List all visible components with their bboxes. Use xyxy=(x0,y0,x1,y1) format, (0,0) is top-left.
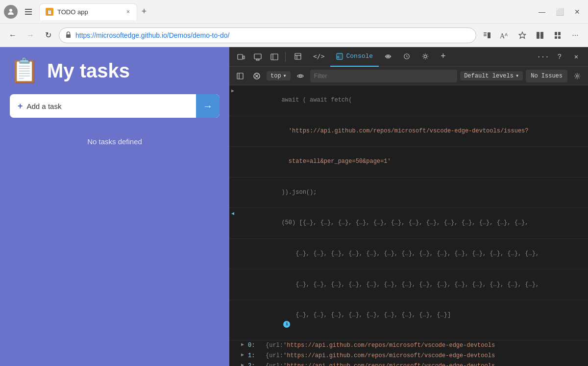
title-bar: 📋 TODO app × + — ⬜ ✕ xyxy=(0,0,588,24)
tab-performance[interactable] xyxy=(397,47,416,67)
tab-title: TODO app xyxy=(57,8,122,16)
more-options-button[interactable]: ··· xyxy=(535,49,551,65)
item-expand-arrow[interactable]: ▶ xyxy=(241,341,248,349)
console-input-content: await ( await fetch( xyxy=(239,86,584,115)
toolbar-separator-1 xyxy=(285,52,286,62)
collections-button[interactable] xyxy=(551,28,564,42)
console-sidebar-button[interactable] xyxy=(233,69,247,83)
submit-arrow-icon: → xyxy=(203,101,213,112)
active-tab[interactable]: 📋 TODO app × xyxy=(39,3,137,20)
devtools-right-buttons: ··· ? ✕ xyxy=(535,49,584,65)
result-array-line4: {…}, {…}, {…}, {…}, {…}, {…}, {…}, {…}, … xyxy=(229,300,588,340)
result-collapse-btn[interactable]: ◀ xyxy=(231,209,239,218)
item-index: 0: xyxy=(248,341,266,350)
more-button[interactable]: ··· xyxy=(568,28,582,42)
address-input-wrap[interactable]: https://microsoftedge.github.io/Demos/de… xyxy=(59,27,476,43)
new-tab-button[interactable]: + xyxy=(137,5,151,19)
svg-rect-17 xyxy=(238,54,243,59)
sidebar-toggle-button[interactable] xyxy=(22,5,35,19)
screencast-button[interactable] xyxy=(250,49,266,65)
console-output: ▶ await ( await fetch( 'https://api.gith… xyxy=(229,85,588,366)
forward-button[interactable]: → xyxy=(24,28,37,42)
info-badge: i xyxy=(283,321,290,328)
item-url-prefix: {url: xyxy=(266,362,283,366)
svg-rect-12 xyxy=(540,32,543,39)
plus-icon: + xyxy=(18,101,23,111)
entry-expand-button[interactable]: ▶ xyxy=(231,86,239,95)
tab-console[interactable]: ⊞ Console xyxy=(330,47,379,67)
tab-more[interactable]: + xyxy=(435,47,452,67)
tab-sources[interactable]: </> xyxy=(307,47,330,67)
levels-label: Default levels xyxy=(464,73,514,79)
close-button[interactable]: ✕ xyxy=(570,5,584,19)
split-screen-button[interactable] xyxy=(533,28,547,42)
tab-network[interactable] xyxy=(379,47,397,67)
device-emulation-button[interactable] xyxy=(233,49,249,65)
svg-point-32 xyxy=(424,55,426,57)
svg-rect-33 xyxy=(237,73,243,79)
svg-rect-14 xyxy=(558,32,561,35)
tab-application[interactable] xyxy=(416,47,435,67)
devtools-toolbar: </> ⊞ Console + xyxy=(229,47,588,67)
minimize-button[interactable]: — xyxy=(535,5,549,19)
log-levels-selector[interactable]: Default levels ▾ xyxy=(460,71,523,80)
back-button[interactable]: ← xyxy=(6,28,20,42)
favorites-button[interactable] xyxy=(515,28,529,42)
svg-rect-11 xyxy=(537,32,539,39)
array-items-list: ▶ 0: {url: 'https://api.github.com/repos… xyxy=(229,340,588,366)
tab-close-button[interactable]: × xyxy=(125,7,131,16)
console-url-line2: state=all&per_page=50&page=1' xyxy=(229,147,588,178)
result-array-line3: {…}, {…}, {…}, {…}, {…}, {…}, {…}, {…}, … xyxy=(229,269,588,300)
help-button[interactable]: ? xyxy=(552,49,567,65)
svg-marker-10 xyxy=(519,32,525,38)
svg-rect-21 xyxy=(271,54,278,60)
add-task-field[interactable]: + Add a task xyxy=(10,101,196,111)
todo-app-icon: 📋 xyxy=(10,57,39,84)
item-url-value: 'https://api.github.com/repos/microsoft/… xyxy=(283,362,495,366)
array-item-row: ▶ 2: {url: 'https://api.github.com/repos… xyxy=(229,361,588,366)
address-bar: ← → ↻ https://microsoftedge.github.io/De… xyxy=(0,24,588,47)
array-item-row: ▶ 1: {url: 'https://api.github.com/repos… xyxy=(229,351,588,361)
todo-app-title: My tasks xyxy=(47,60,130,82)
console-url-line3: )).json(); xyxy=(229,178,588,209)
refresh-button[interactable]: ↻ xyxy=(41,28,55,42)
add-task-submit-button[interactable]: → xyxy=(196,94,220,118)
console-filter-input[interactable] xyxy=(310,70,457,82)
item-expand-arrow[interactable]: ▶ xyxy=(241,351,248,359)
svg-text:⊞: ⊞ xyxy=(337,54,340,59)
svg-rect-18 xyxy=(243,56,245,59)
svg-rect-6 xyxy=(484,34,487,35)
svg-rect-8 xyxy=(488,32,490,38)
tab-favicon: 📋 xyxy=(46,8,53,16)
item-url-value: 'https://api.github.com/repos/microsoft/… xyxy=(283,341,495,350)
window-controls: — ⬜ ✕ xyxy=(535,5,584,19)
context-selector[interactable]: top ▾ xyxy=(267,71,291,80)
console-settings-button[interactable] xyxy=(570,69,584,83)
aa-button[interactable]: Aᴬ xyxy=(498,28,512,42)
close-devtools-button[interactable]: ✕ xyxy=(568,49,584,65)
svg-rect-23 xyxy=(295,53,301,59)
maximize-button[interactable]: ⬜ xyxy=(553,5,566,19)
console-clear-button[interactable] xyxy=(250,69,264,83)
array-item-row: ▶ 0: {url: 'https://api.github.com/repos… xyxy=(229,340,588,351)
no-issues-button[interactable]: No Issues xyxy=(526,70,567,82)
console-filter-bar: top ▾ Default levels ▾ No Issues xyxy=(229,67,588,85)
sidebar-button[interactable] xyxy=(267,49,282,65)
tab-elements[interactable] xyxy=(289,47,307,67)
svg-point-0 xyxy=(9,9,12,12)
no-issues-label: No Issues xyxy=(531,73,563,79)
item-url-value: 'https://api.github.com/repos/microsoft/… xyxy=(283,351,495,361)
profile-avatar[interactable] xyxy=(4,5,18,19)
item-expand-arrow[interactable]: ▶ xyxy=(241,362,248,366)
result-array-entry: ◀ (50) [{…}, {…}, {…}, {…}, {…}, {…}, {…… xyxy=(229,208,588,239)
svg-rect-7 xyxy=(484,35,487,36)
item-url-prefix: {url: xyxy=(266,341,283,350)
item-url-prefix: {url: xyxy=(266,351,283,361)
address-bar-actions: Aᴬ ··· xyxy=(480,28,582,42)
eye-button[interactable] xyxy=(294,69,307,83)
context-label: top xyxy=(270,73,281,79)
svg-rect-19 xyxy=(254,54,261,59)
reading-view-button[interactable] xyxy=(480,28,494,42)
svg-point-38 xyxy=(299,75,301,77)
devtools-panel: </> ⊞ Console + xyxy=(229,47,588,366)
